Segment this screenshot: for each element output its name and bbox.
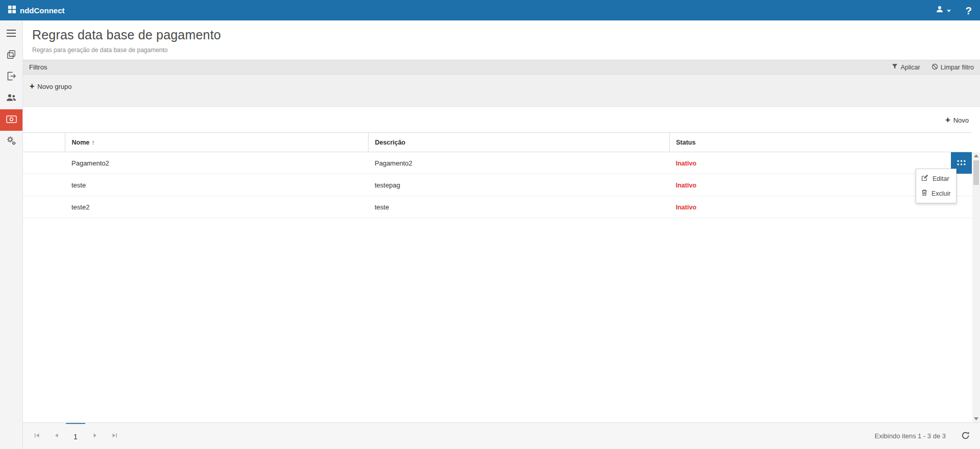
user-menu-button[interactable] <box>936 5 951 15</box>
users-group-icon <box>6 93 16 104</box>
clear-filter-icon <box>932 63 938 72</box>
first-page-icon <box>34 432 40 440</box>
hamburger-menu-icon <box>7 30 16 39</box>
page-title: Regras data base de pagamento <box>32 28 971 42</box>
edit-pencil-icon <box>921 174 928 183</box>
more-options-icon <box>957 159 966 167</box>
user-icon <box>936 5 944 15</box>
logout-icon <box>7 72 16 83</box>
sidebar <box>0 20 23 449</box>
filters-panel: Filtros Aplicar Limpar filtro + <box>23 60 980 107</box>
previous-page-icon <box>54 432 59 440</box>
new-group-button[interactable]: + Novo grupo <box>30 82 72 90</box>
current-page-button[interactable]: 1 <box>66 423 85 449</box>
menu-item-edit-label: Editar <box>933 175 949 182</box>
last-page-icon <box>112 432 117 440</box>
cell-descricao: Pagamento2 <box>368 152 669 174</box>
cell-nome: Pagamento2 <box>65 152 368 174</box>
filters-title: Filtros <box>29 63 47 71</box>
cell-nome: teste <box>65 174 368 196</box>
documents-icon <box>7 50 16 61</box>
scroll-down-arrow-icon[interactable] <box>972 415 980 422</box>
table-header-row: Nome↑ Descrição Status <box>23 133 972 152</box>
previous-page-button[interactable] <box>46 423 66 449</box>
plus-icon: + <box>30 82 34 90</box>
column-header-nome[interactable]: Nome↑ <box>65 133 368 152</box>
clear-filter-button[interactable]: Limpar filtro <box>932 63 974 72</box>
pager-info-area: Exibindo itens 1 - 3 de 3 <box>875 423 970 449</box>
table-row[interactable]: teste testepag Inativo <box>23 174 972 196</box>
next-page-icon <box>92 432 98 440</box>
new-record-button[interactable]: + Novo <box>945 116 969 124</box>
column-header-empty <box>23 133 65 152</box>
rules-table: Nome↑ Descrição Status Pagamento2 Pagame… <box>23 132 972 218</box>
main-content: Regras data base de pagamento Regras par… <box>23 20 980 449</box>
filter-funnel-icon <box>892 63 898 71</box>
table-row[interactable]: Pagamento2 Pagamento2 Inativo <box>23 152 972 174</box>
items-count-label: Exibindo itens 1 - 3 de 3 <box>875 432 946 440</box>
page-header: Regras data base de pagamento Regras par… <box>23 20 980 60</box>
filters-actions: Aplicar Limpar filtro <box>892 63 974 72</box>
sidebar-item-menu[interactable] <box>0 23 22 45</box>
trash-icon <box>921 189 927 198</box>
pager: 1 Exibindo itens 1 - 3 de 3 <box>23 422 980 449</box>
gears-icon <box>6 135 16 148</box>
sidebar-item-payment-rules[interactable] <box>0 109 22 131</box>
brand-name: nddConnect <box>20 6 65 15</box>
row-expand-cell <box>23 174 65 196</box>
scrollbar-thumb[interactable] <box>973 160 979 185</box>
row-expand-cell <box>23 196 65 218</box>
new-group-label: Novo grupo <box>37 83 71 90</box>
new-record-label: Novo <box>953 116 969 124</box>
status-badge: Inativo <box>676 182 696 189</box>
grid-toolbar: + Novo <box>23 107 980 132</box>
money-icon <box>6 115 17 125</box>
table-row[interactable]: teste2 teste Inativo <box>23 196 972 218</box>
brand-logo[interactable]: nddConnect <box>8 6 65 15</box>
column-label-nome: Nome <box>72 139 90 146</box>
status-badge: Inativo <box>676 160 696 167</box>
plus-icon: + <box>945 116 950 124</box>
column-header-descricao[interactable]: Descrição <box>368 133 669 152</box>
menu-item-edit[interactable]: Editar <box>916 171 956 186</box>
data-grid: Nome↑ Descrição Status Pagamento2 Pagame… <box>23 132 980 422</box>
filters-header: Filtros Aplicar Limpar filtro <box>23 60 980 75</box>
row-context-menu: Editar Excluir <box>916 169 957 203</box>
scroll-up-arrow-icon[interactable] <box>972 152 980 159</box>
sidebar-item-documents[interactable] <box>0 45 22 66</box>
row-expand-cell <box>23 152 65 174</box>
refresh-button[interactable] <box>961 431 970 441</box>
sidebar-item-users[interactable] <box>0 88 22 109</box>
apply-filter-button[interactable]: Aplicar <box>892 63 920 71</box>
filters-body: + Novo grupo <box>23 75 980 107</box>
vertical-scrollbar[interactable] <box>972 152 980 422</box>
next-page-button[interactable] <box>85 423 105 449</box>
refresh-icon <box>961 431 970 441</box>
topbar: nddConnect ? <box>0 0 980 20</box>
last-page-button[interactable] <box>105 423 124 449</box>
topbar-actions: ? <box>936 5 972 16</box>
cell-nome: teste2 <box>65 196 368 218</box>
clear-filter-label: Limpar filtro <box>941 64 974 71</box>
sort-ascending-icon: ↑ <box>91 139 94 146</box>
cell-descricao: teste <box>368 196 669 218</box>
menu-item-delete[interactable]: Excluir <box>916 186 956 201</box>
column-label-descricao: Descrição <box>375 139 406 146</box>
cell-descricao: testepag <box>368 174 669 196</box>
help-button[interactable]: ? <box>965 5 972 16</box>
column-header-status[interactable]: Status <box>669 133 972 152</box>
column-label-status: Status <box>676 139 696 146</box>
menu-item-delete-label: Excluir <box>932 190 951 197</box>
status-badge: Inativo <box>676 204 696 211</box>
grid-logo-icon <box>8 6 16 15</box>
sidebar-item-settings[interactable] <box>0 131 22 152</box>
apply-filter-label: Aplicar <box>900 64 920 71</box>
first-page-button[interactable] <box>27 423 46 449</box>
page-subtitle: Regras para geração de data base de paga… <box>32 46 971 54</box>
chevron-down-icon <box>947 6 951 15</box>
pager-controls: 1 <box>27 423 124 449</box>
sidebar-item-logout[interactable] <box>0 66 22 88</box>
